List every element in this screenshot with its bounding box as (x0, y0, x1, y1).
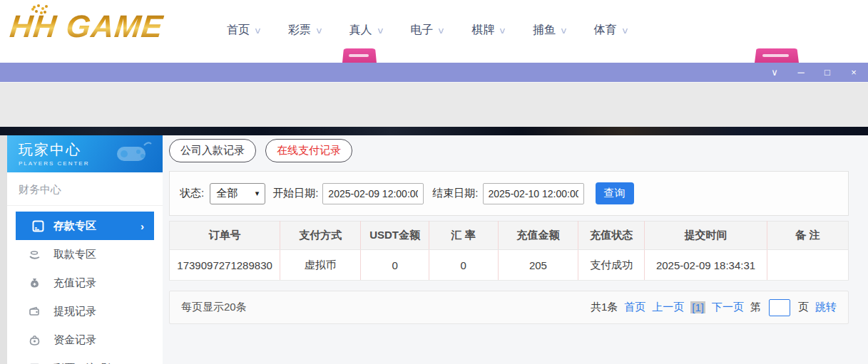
sidebar: 玩家中心 PLAYERS CENTER 财务中心 (7, 135, 163, 364)
chevron-down-icon: ∨ (376, 26, 384, 36)
sidebar-item-label: 提现记录 (53, 305, 96, 318)
start-date-label: 开始日期: (272, 187, 318, 200)
current-page-indicator: [1] (690, 301, 705, 313)
end-date-input[interactable] (483, 183, 584, 204)
nav-item-slots[interactable]: 电子 ∨ (410, 23, 444, 38)
main-nav: 首页 ∨ 彩票 ∨ 真人 ∨ 电子 ∨ 棋牌 ∨ 捕鱼 ∨ (227, 23, 628, 38)
nav-label: 体育 (594, 23, 617, 38)
deposit-icon (32, 220, 44, 232)
chevron-down-icon: ∨ (621, 26, 628, 36)
header-payment-method: 支付方式 (280, 222, 361, 250)
cell-remarks (767, 250, 848, 281)
sidebar-item-funds-records[interactable]: 资金记录 (7, 326, 163, 354)
status-select[interactable]: 全部 ▾ (210, 183, 265, 204)
gamepad-icon (113, 140, 153, 165)
promo-ribbon (342, 48, 377, 63)
prev-page-link[interactable]: 上一页 (652, 301, 684, 314)
chevron-right-icon: › (141, 220, 144, 232)
first-page-link[interactable]: 首页 (624, 301, 645, 314)
end-date-label: 结束日期: (432, 187, 478, 200)
total-count-text: 共1条 (591, 301, 618, 314)
pagination-controls: 共1条 首页 上一页 [1] 下一页 第 页 跳转 (591, 299, 837, 316)
header-submit-time: 提交时间 (645, 222, 767, 250)
tab-online-payment-records[interactable]: 在线支付记录 (265, 139, 352, 162)
chevron-down-icon: ∨ (437, 26, 445, 36)
maximize-icon[interactable]: □ (822, 68, 833, 77)
record-tabs: 公司入款记录 在线支付记录 (169, 139, 352, 162)
query-button[interactable]: 查询 (596, 182, 634, 204)
header-remarks: 备 注 (767, 222, 848, 250)
pagination-bar: 每页显示20条 共1条 首页 上一页 [1] 下一页 第 页 跳转 (169, 291, 849, 324)
sidebar-item-label: 取款专区 (53, 248, 96, 261)
nav-item-home[interactable]: 首页 ∨ (227, 23, 261, 38)
chevron-down-icon: ∨ (254, 26, 262, 36)
filter-panel: 状态: 全部 ▾ 开始日期: 结束日期: 查询 (169, 171, 849, 216)
sidebar-item-deposit-zone[interactable]: 存款专区 › (16, 212, 154, 240)
payment-records-table: 订单号 支付方式 USDT金额 汇 率 充值金额 充值状态 提交时间 备 注 1… (169, 221, 849, 281)
sidebar-item-label: 彩票下注明细 (53, 362, 118, 364)
promo-ribbon (755, 48, 799, 63)
withdraw-icon (29, 249, 41, 261)
tab-company-deposit-records[interactable]: 公司入款记录 (169, 139, 256, 162)
jump-prefix-text: 第 (750, 301, 761, 314)
sidebar-menu: 存款专区 › 取款专区 (7, 206, 163, 364)
page: HH GAME 首页 ∨ 彩票 ∨ 真人 ∨ 电子 ∨ 棋牌 ∨ (0, 0, 868, 364)
status-selected-value: 全部 (216, 187, 238, 200)
coin-purse-icon (29, 334, 41, 346)
dark-divider-strip (0, 127, 868, 135)
sidebar-item-recharge-records[interactable]: 充值记录 (7, 269, 163, 297)
sidebar-item-label: 充值记录 (53, 276, 96, 290)
sidebar-item-withdrawal-records[interactable]: 提现记录 (7, 297, 163, 326)
content-region: 玩家中心 PLAYERS CENTER 财务中心 (0, 135, 868, 364)
chevron-down-icon: ∨ (315, 26, 322, 36)
nav-label: 捕鱼 (533, 23, 556, 38)
page-size-text: 每页显示20条 (181, 301, 247, 314)
header-usdt-amount: USDT金额 (361, 222, 429, 250)
header-exchange-rate: 汇 率 (429, 222, 498, 250)
nav-item-fishing[interactable]: 捕鱼 ∨ (533, 23, 567, 38)
nav-item-sports[interactable]: 体育 ∨ (594, 23, 628, 38)
close-icon[interactable]: × (848, 68, 859, 77)
cell-recharge-status: 支付成功 (578, 250, 645, 281)
wallet-icon (29, 306, 41, 318)
nav-label: 彩票 (288, 23, 311, 38)
jump-button[interactable]: 跳转 (815, 301, 837, 314)
header-order-id: 订单号 (170, 222, 280, 250)
select-caret-icon: ▾ (255, 189, 260, 198)
nav-label: 真人 (349, 23, 372, 38)
nav-item-chess[interactable]: 棋牌 ∨ (471, 23, 506, 38)
cell-payment-method: 虚拟币 (280, 250, 361, 281)
sidebar-section-finance-center: 财务中心 (7, 172, 163, 206)
table-header-row: 订单号 支付方式 USDT金额 汇 率 充值金额 充值状态 提交时间 备 注 (170, 222, 849, 250)
minimize-icon[interactable]: ─ (795, 68, 807, 77)
next-page-link[interactable]: 下一页 (712, 301, 744, 314)
site-header: HH GAME 首页 ∨ 彩票 ∨ 真人 ∨ 电子 ∨ 棋牌 ∨ (0, 0, 868, 63)
collapse-icon[interactable]: ∨ (769, 68, 780, 77)
nav-label: 电子 (410, 23, 433, 38)
sidebar-item-label: 资金记录 (53, 333, 96, 347)
start-date-input[interactable] (322, 183, 424, 204)
chevron-down-icon: ∨ (560, 26, 568, 36)
window-controls: ∨ ─ □ × (769, 63, 859, 82)
cell-recharge-amount: 205 (498, 250, 578, 281)
chevron-down-icon: ∨ (499, 26, 506, 36)
header-recharge-status: 充值状态 (578, 222, 645, 250)
cell-exchange-rate: 0 (429, 250, 498, 281)
cell-usdt-amount: 0 (361, 250, 429, 281)
sidebar-item-withdraw-zone[interactable]: 取款专区 (7, 240, 163, 269)
nav-label: 首页 (227, 23, 250, 38)
sidebar-header: 玩家中心 PLAYERS CENTER (7, 135, 163, 172)
modal-titlebar: ∨ ─ □ × (0, 63, 868, 82)
sidebar-item-lottery-bet-details[interactable]: 彩票下注明细 (7, 354, 163, 364)
status-label: 状态: (180, 187, 204, 200)
nav-label: 棋牌 (471, 23, 494, 38)
sidebar-item-label: 存款专区 (53, 219, 96, 233)
jump-suffix-text: 页 (798, 301, 809, 314)
brand-logo[interactable]: HH GAME (8, 9, 165, 44)
nav-item-live[interactable]: 真人 ∨ (349, 23, 384, 38)
empty-toolbar-band (0, 82, 868, 127)
jump-page-input[interactable] (769, 299, 790, 316)
cell-order-id: 1739097271289830 (170, 250, 280, 281)
money-bag-icon (29, 277, 41, 289)
nav-item-lottery[interactable]: 彩票 ∨ (288, 23, 322, 38)
